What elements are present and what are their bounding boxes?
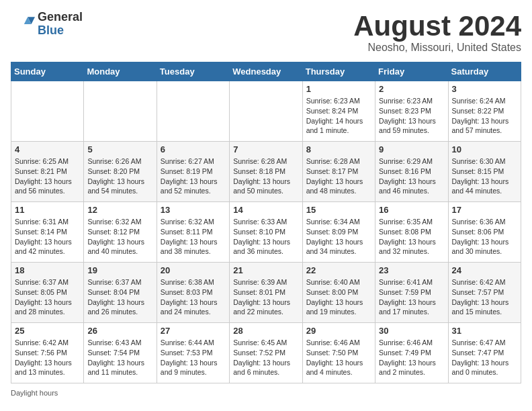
calendar-day-cell [84, 81, 157, 142]
day-info: Sunrise: 6:24 AM Sunset: 8:22 PM Dayligh… [452, 96, 517, 136]
day-number: 22 [306, 265, 371, 275]
logo-icon [11, 12, 35, 36]
day-info: Sunrise: 6:27 AM Sunset: 8:19 PM Dayligh… [161, 156, 226, 196]
calendar-day-cell: 28Sunrise: 6:45 AM Sunset: 7:52 PM Dayli… [230, 323, 302, 383]
calendar-day-cell: 26Sunrise: 6:43 AM Sunset: 7:54 PM Dayli… [84, 323, 157, 383]
day-info: Sunrise: 6:30 AM Sunset: 8:15 PM Dayligh… [452, 156, 517, 196]
calendar-day-cell: 16Sunrise: 6:35 AM Sunset: 8:08 PM Dayli… [375, 202, 448, 263]
calendar-day-cell: 13Sunrise: 6:32 AM Sunset: 8:11 PM Dayli… [157, 202, 229, 263]
day-info: Sunrise: 6:23 AM Sunset: 8:23 PM Dayligh… [379, 96, 444, 136]
day-number: 6 [161, 144, 226, 154]
calendar-day-cell: 15Sunrise: 6:34 AM Sunset: 8:09 PM Dayli… [302, 202, 375, 263]
day-info: Sunrise: 6:23 AM Sunset: 8:24 PM Dayligh… [306, 96, 371, 136]
calendar-day-cell: 14Sunrise: 6:33 AM Sunset: 8:10 PM Dayli… [230, 202, 302, 263]
day-info: Sunrise: 6:35 AM Sunset: 8:08 PM Dayligh… [379, 217, 444, 257]
day-info: Sunrise: 6:34 AM Sunset: 8:09 PM Dayligh… [306, 217, 371, 257]
day-number: 4 [15, 144, 80, 154]
calendar-day-cell: 1Sunrise: 6:23 AM Sunset: 8:24 PM Daylig… [302, 81, 375, 142]
day-info: Sunrise: 6:41 AM Sunset: 7:59 PM Dayligh… [379, 277, 444, 317]
calendar-day-cell [11, 81, 84, 142]
day-number: 16 [379, 205, 444, 215]
calendar-day-cell: 31Sunrise: 6:47 AM Sunset: 7:47 PM Dayli… [448, 323, 521, 383]
footer-note: Daylight hours [11, 389, 521, 397]
calendar-day-cell: 3Sunrise: 6:24 AM Sunset: 8:22 PM Daylig… [448, 81, 521, 142]
day-info: Sunrise: 6:44 AM Sunset: 7:53 PM Dayligh… [161, 338, 226, 377]
day-info: Sunrise: 6:32 AM Sunset: 8:11 PM Dayligh… [161, 217, 226, 257]
day-info: Sunrise: 6:28 AM Sunset: 8:17 PM Dayligh… [306, 156, 371, 196]
day-number: 31 [452, 326, 517, 336]
day-number: 9 [379, 144, 444, 154]
calendar-day-cell: 30Sunrise: 6:46 AM Sunset: 7:49 PM Dayli… [375, 323, 448, 383]
calendar-day-cell: 23Sunrise: 6:41 AM Sunset: 7:59 PM Dayli… [375, 263, 448, 323]
calendar-day-cell: 24Sunrise: 6:42 AM Sunset: 7:57 PM Dayli… [448, 263, 521, 323]
calendar-week-row: 1Sunrise: 6:23 AM Sunset: 8:24 PM Daylig… [11, 81, 521, 142]
calendar-week-row: 11Sunrise: 6:31 AM Sunset: 8:14 PM Dayli… [11, 202, 521, 263]
day-info: Sunrise: 6:47 AM Sunset: 7:47 PM Dayligh… [452, 338, 517, 377]
calendar-title: August 2024 [353, 11, 521, 42]
calendar-day-cell: 6Sunrise: 6:27 AM Sunset: 8:19 PM Daylig… [157, 142, 229, 202]
calendar-day-cell: 4Sunrise: 6:25 AM Sunset: 8:21 PM Daylig… [11, 142, 84, 202]
day-number: 23 [379, 265, 444, 275]
day-number: 25 [15, 326, 80, 336]
day-info: Sunrise: 6:46 AM Sunset: 7:50 PM Dayligh… [306, 338, 371, 377]
day-number: 10 [452, 144, 517, 154]
calendar-day-cell: 27Sunrise: 6:44 AM Sunset: 7:53 PM Dayli… [157, 323, 229, 383]
calendar-day-cell: 11Sunrise: 6:31 AM Sunset: 8:14 PM Dayli… [11, 202, 84, 263]
day-number: 8 [306, 144, 371, 154]
day-number: 27 [161, 326, 226, 336]
header: General Blue August 2024 Neosho, Missour… [11, 11, 521, 54]
calendar-week-row: 18Sunrise: 6:37 AM Sunset: 8:05 PM Dayli… [11, 263, 521, 323]
day-info: Sunrise: 6:37 AM Sunset: 8:04 PM Dayligh… [87, 277, 152, 317]
day-info: Sunrise: 6:33 AM Sunset: 8:10 PM Dayligh… [233, 217, 298, 257]
calendar-day-cell: 12Sunrise: 6:32 AM Sunset: 8:12 PM Dayli… [84, 202, 157, 263]
calendar-day-cell: 5Sunrise: 6:26 AM Sunset: 8:20 PM Daylig… [84, 142, 157, 202]
day-info: Sunrise: 6:45 AM Sunset: 7:52 PM Dayligh… [233, 338, 298, 377]
calendar-day-cell: 20Sunrise: 6:38 AM Sunset: 8:03 PM Dayli… [157, 263, 229, 323]
logo: General Blue [11, 11, 83, 38]
calendar-day-cell: 9Sunrise: 6:29 AM Sunset: 8:16 PM Daylig… [375, 142, 448, 202]
day-info: Sunrise: 6:43 AM Sunset: 7:54 PM Dayligh… [87, 338, 152, 377]
logo-blue-text: Blue [38, 24, 83, 38]
day-number: 20 [161, 265, 226, 275]
day-info: Sunrise: 6:42 AM Sunset: 7:56 PM Dayligh… [15, 338, 80, 377]
day-number: 29 [306, 326, 371, 336]
day-number: 3 [452, 84, 517, 94]
calendar-day-cell: 2Sunrise: 6:23 AM Sunset: 8:23 PM Daylig… [375, 81, 448, 142]
calendar-day-cell: 10Sunrise: 6:30 AM Sunset: 8:15 PM Dayli… [448, 142, 521, 202]
day-info: Sunrise: 6:36 AM Sunset: 8:06 PM Dayligh… [452, 217, 517, 257]
day-number: 19 [87, 265, 152, 275]
calendar-day-cell: 8Sunrise: 6:28 AM Sunset: 8:17 PM Daylig… [302, 142, 375, 202]
calendar-header-cell: Tuesday [157, 62, 229, 81]
day-number: 28 [233, 326, 298, 336]
day-info: Sunrise: 6:39 AM Sunset: 8:01 PM Dayligh… [233, 277, 298, 317]
day-info: Sunrise: 6:31 AM Sunset: 8:14 PM Dayligh… [15, 217, 80, 257]
day-number: 24 [452, 265, 517, 275]
calendar-header-row: SundayMondayTuesdayWednesdayThursdayFrid… [11, 62, 521, 81]
day-info: Sunrise: 6:46 AM Sunset: 7:49 PM Dayligh… [379, 338, 444, 377]
calendar-day-cell: 21Sunrise: 6:39 AM Sunset: 8:01 PM Dayli… [230, 263, 302, 323]
calendar-day-cell: 19Sunrise: 6:37 AM Sunset: 8:04 PM Dayli… [84, 263, 157, 323]
day-number: 5 [87, 144, 152, 154]
calendar-day-cell: 18Sunrise: 6:37 AM Sunset: 8:05 PM Dayli… [11, 263, 84, 323]
calendar-week-row: 25Sunrise: 6:42 AM Sunset: 7:56 PM Dayli… [11, 323, 521, 383]
calendar-header-cell: Wednesday [230, 62, 302, 81]
calendar-header-cell: Sunday [11, 62, 84, 81]
title-section: August 2024 Neosho, Missouri, United Sta… [353, 11, 521, 54]
day-number: 21 [233, 265, 298, 275]
day-number: 2 [379, 84, 444, 94]
calendar-day-cell [230, 81, 302, 142]
calendar-header-cell: Friday [375, 62, 448, 81]
day-info: Sunrise: 6:37 AM Sunset: 8:05 PM Dayligh… [15, 277, 80, 317]
day-info: Sunrise: 6:25 AM Sunset: 8:21 PM Dayligh… [15, 156, 80, 196]
calendar-day-cell: 17Sunrise: 6:36 AM Sunset: 8:06 PM Dayli… [448, 202, 521, 263]
day-info: Sunrise: 6:29 AM Sunset: 8:16 PM Dayligh… [379, 156, 444, 196]
day-info: Sunrise: 6:42 AM Sunset: 7:57 PM Dayligh… [452, 277, 517, 317]
calendar-table: SundayMondayTuesdayWednesdayThursdayFrid… [11, 62, 521, 383]
calendar-week-row: 4Sunrise: 6:25 AM Sunset: 8:21 PM Daylig… [11, 142, 521, 202]
day-info: Sunrise: 6:38 AM Sunset: 8:03 PM Dayligh… [161, 277, 226, 317]
day-number: 18 [15, 265, 80, 275]
day-info: Sunrise: 6:26 AM Sunset: 8:20 PM Dayligh… [87, 156, 152, 196]
calendar-day-cell: 25Sunrise: 6:42 AM Sunset: 7:56 PM Dayli… [11, 323, 84, 383]
day-number: 13 [161, 205, 226, 215]
calendar-subtitle: Neosho, Missouri, United States [353, 42, 521, 54]
